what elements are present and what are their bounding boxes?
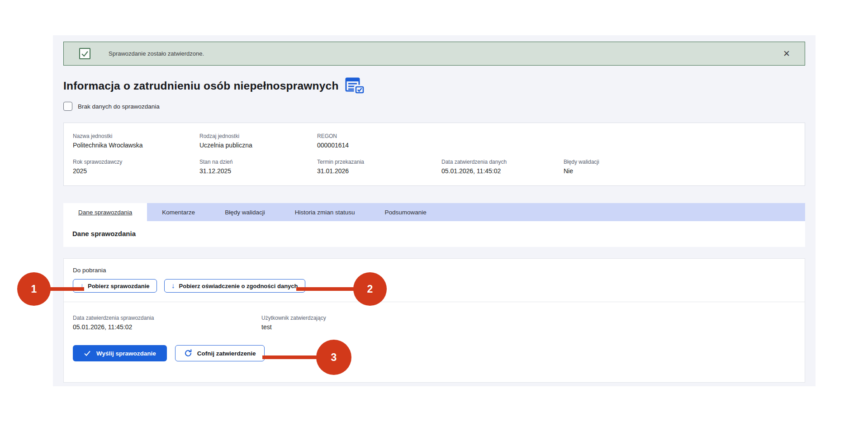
download-report-label: Pobierz sprawozdanie [88,283,150,289]
callout-2: 2 [353,272,387,306]
download-report-button[interactable]: ↓ Pobierz sprawozdanie [73,279,157,293]
success-banner: Sprawozdanie zostało zatwierdzone. ✕ [63,42,805,66]
content-wrapper: Sprawozdanie zostało zatwierdzone. ✕ Inf… [53,35,816,386]
field-label: Błędy walidacji [564,159,796,165]
field-label: Data zatwierdzenia danych [441,159,564,165]
title-row: Informacja o zatrudnieniu osób niepełnos… [63,77,805,95]
report-approved-icon [345,77,365,95]
field-uzytkownik-zatwierdzajacy: Użytkownik zatwierdzający test [261,315,796,331]
field-value: Nie [564,167,796,175]
field-regon: REGON 000001614 [317,133,796,149]
tab-historia-zmian-statusu[interactable]: Historia zmian statusu [280,203,370,221]
field-value: 000001614 [317,142,796,149]
download-icon: ↓ [171,282,175,289]
tab-podsumowanie[interactable]: Podsumowanie [370,203,441,221]
tab-bledy-walidacji[interactable]: Błędy walidacji [210,203,280,221]
field-value: 05.01.2026, 11:45:02 [441,167,564,175]
field-value: 31.01.2026 [317,167,441,175]
unit-info-panel: Nazwa jednostki Politechnika Wrocławska … [63,123,805,186]
field-label: Data zatwierdzenia sprawozdania [73,315,261,321]
field-label: Nazwa jednostki [73,133,199,139]
callout-line-3 [262,355,320,359]
no-data-checkbox-label: Brak danych do sprawozdania [78,103,160,110]
tab-komentarze[interactable]: Komentarze [147,203,210,221]
tab-panel-header: Dane sprawozdania [63,221,805,247]
tab-dane-sprawozdania[interactable]: Dane sprawozdania [63,203,147,221]
download-statement-button[interactable]: ↓ Pobierz oświadczenie o zgodności danyc… [164,279,305,293]
no-data-row: Brak danych do sprawozdania [63,102,805,111]
close-icon[interactable]: ✕ [779,48,794,59]
field-rok-sprawozdawczy: Rok sprawozdawczy 2025 [73,159,199,175]
callout-line-2 [296,287,357,291]
field-termin-przekazania: Termin przekazania 31.01.2026 [317,159,441,175]
no-data-checkbox[interactable] [63,102,72,111]
downloads-section: Do pobrania ↓ Pobierz sprawozdanie ↓ Pob… [64,259,805,302]
field-label: Stan na dzień [199,159,317,165]
field-value: 2025 [73,167,199,175]
field-label: REGON [317,133,796,139]
field-stan-na-dzien: Stan na dzień 31.12.2025 [199,159,317,175]
download-statement-label: Pobierz oświadczenie o zgodności danych [179,283,298,289]
field-label: Rok sprawozdawczy [73,159,199,165]
field-rodzaj-jednostki: Rodzaj jednostki Uczelnia publiczna [199,133,317,149]
tabbar: Dane sprawozdania Komentarze Błędy walid… [63,203,805,221]
approval-section: Data zatwierdzenia sprawozdania 05.01.20… [64,302,805,382]
field-value: test [261,323,796,331]
check-icon [84,350,91,356]
section-heading: Dane sprawozdania [72,230,796,237]
undo-approval-label: Cofnij zatwierdzenie [197,350,256,357]
send-report-button[interactable]: Wyślij sprawozdanie [73,345,167,361]
undo-approval-button[interactable]: Cofnij zatwierdzenie [175,345,265,361]
field-value: Uczelnia publiczna [199,142,317,149]
banner-message: Sprawozdanie zostało zatwierdzone. [109,50,204,57]
checkbox-checked-icon [79,48,90,59]
report-actions-card: Do pobrania ↓ Pobierz sprawozdanie ↓ Pob… [63,258,805,383]
field-nazwa-jednostki: Nazwa jednostki Politechnika Wrocławska [73,133,199,149]
field-value: 05.01.2026, 11:45:02 [73,323,261,331]
field-data-zatwierdzenia-danych: Data zatwierdzenia danych 05.01.2026, 11… [441,159,564,175]
callout-3: 3 [316,340,351,375]
callout-1: 1 [17,272,51,306]
refresh-icon [184,349,193,358]
field-data-zatwierdzenia-sprawozdania: Data zatwierdzenia sprawozdania 05.01.20… [73,315,261,331]
field-value: Politechnika Wrocławska [73,142,199,149]
field-label: Użytkownik zatwierdzający [261,315,796,321]
downloads-heading: Do pobrania [73,267,796,274]
field-value: 31.12.2025 [199,167,317,175]
send-report-label: Wyślij sprawozdanie [96,350,156,357]
page-title: Informacja o zatrudnieniu osób niepełnos… [63,80,339,92]
field-bledy-walidacji: Błędy walidacji Nie [564,159,796,175]
field-label: Rodzaj jednostki [199,133,317,139]
field-label: Termin przekazania [317,159,441,165]
